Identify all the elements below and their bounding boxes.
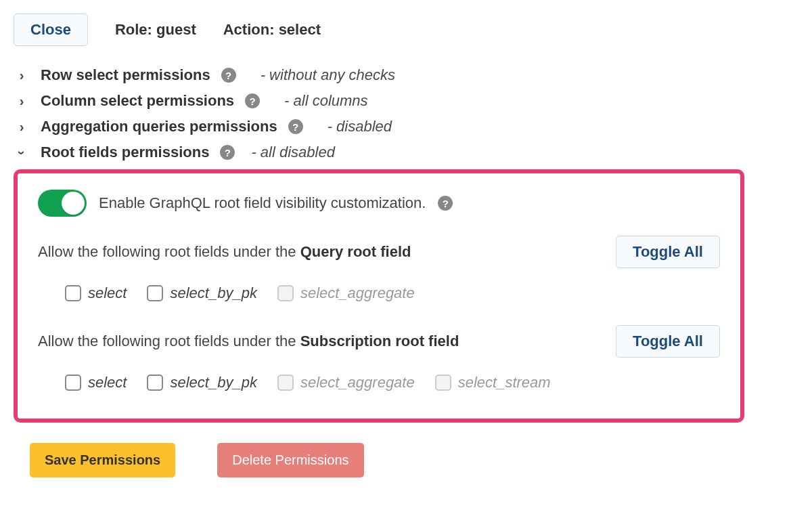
checkbox-label: select_by_pk (170, 284, 256, 302)
section-root-permissions: › Root fields permissions ? all disabled (14, 144, 798, 161)
section-status: all disabled (251, 144, 335, 161)
action-label: Action: select (223, 21, 321, 39)
subscription-checklist: select select_by_pk select_aggregate sel… (38, 374, 720, 391)
subscription-allow-text: Allow the following root fields under th… (38, 333, 459, 350)
checkbox-label: select (88, 284, 127, 302)
subscription-toggle-all-button[interactable]: Toggle All (616, 325, 720, 358)
checkbox-label: select_aggregate (300, 284, 415, 302)
help-icon[interactable]: ? (221, 68, 236, 83)
section-aggregation-permissions: › Aggregation queries permissions ? disa… (14, 118, 798, 135)
query-select-by-pk-item: select_by_pk (147, 284, 256, 302)
subscription-select-by-pk-item: select_by_pk (147, 374, 256, 391)
role-label: Role: guest (115, 21, 196, 39)
checkbox-label: select_stream (458, 374, 551, 391)
enable-visibility-row: Enable GraphQL root field visibility cus… (38, 190, 720, 217)
enable-visibility-toggle[interactable] (38, 190, 87, 217)
checkbox-disabled (435, 375, 451, 391)
section-row-permissions: › Row select permissions ? without any c… (14, 66, 798, 84)
save-permissions-button[interactable]: Save Permissions (30, 443, 175, 477)
checkbox-label: select_aggregate (300, 374, 415, 391)
checkbox[interactable] (65, 285, 81, 301)
chevron-right-icon[interactable]: › (14, 119, 30, 135)
subscription-select-aggregate-item: select_aggregate (277, 374, 415, 391)
checkbox-disabled (277, 375, 294, 391)
checkbox-disabled (277, 285, 294, 301)
query-select-aggregate-item: select_aggregate (277, 284, 415, 302)
enable-visibility-label: Enable GraphQL root field visibility cus… (99, 194, 426, 212)
section-status: disabled (328, 118, 392, 135)
query-allow-row: Allow the following root fields under th… (38, 236, 720, 268)
section-status: all columns (284, 92, 368, 110)
root-fields-panel: Enable GraphQL root field visibility cus… (14, 169, 744, 423)
section-title: Aggregation queries permissions (41, 118, 277, 135)
permissions-header: Close Role: guest Action: select (14, 14, 798, 46)
checkbox-label: select_by_pk (170, 374, 256, 391)
chevron-down-icon[interactable]: › (14, 144, 30, 161)
help-icon[interactable]: ? (220, 145, 235, 160)
footer-actions: Save Permissions Delete Permissions (14, 443, 798, 477)
query-toggle-all-button[interactable]: Toggle All (616, 236, 720, 268)
help-icon[interactable]: ? (288, 119, 303, 134)
section-title: Row select permissions (41, 66, 210, 84)
help-icon[interactable]: ? (438, 196, 453, 211)
chevron-right-icon[interactable]: › (14, 93, 30, 109)
checkbox[interactable] (147, 285, 163, 301)
section-title: Column select permissions (41, 92, 234, 110)
checkbox[interactable] (147, 375, 163, 391)
subscription-allow-row: Allow the following root fields under th… (38, 325, 720, 358)
query-select-item: select (65, 284, 127, 302)
close-button[interactable]: Close (14, 14, 88, 46)
subscription-select-stream-item: select_stream (435, 374, 551, 391)
checkbox[interactable] (65, 375, 81, 391)
section-column-permissions: › Column select permissions ? all column… (14, 92, 798, 110)
delete-permissions-button[interactable]: Delete Permissions (217, 443, 363, 477)
section-title: Root fields permissions (41, 144, 209, 161)
section-status: without any checks (261, 66, 395, 84)
query-allow-text: Allow the following root fields under th… (38, 243, 411, 261)
chevron-right-icon[interactable]: › (14, 68, 30, 83)
subscription-select-item: select (65, 374, 127, 391)
checkbox-label: select (88, 374, 127, 391)
query-checklist: select select_by_pk select_aggregate (38, 284, 720, 302)
help-icon[interactable]: ? (245, 93, 260, 108)
